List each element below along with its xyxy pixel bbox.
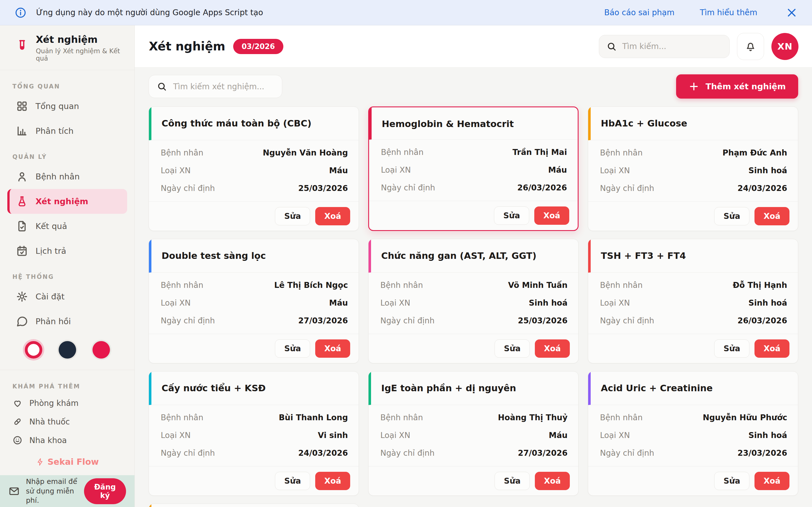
edit-button[interactable]: Sửa (714, 472, 749, 490)
date-label: Ngày chỉ định (380, 316, 435, 325)
chat-bubble-icon (16, 315, 28, 328)
edit-button[interactable]: Sửa (275, 472, 310, 490)
type-value: Sinh hoá (749, 298, 787, 307)
delete-button[interactable]: Xoá (755, 207, 790, 225)
sidebar-item-tong-quan[interactable]: Tổng quan (7, 94, 127, 119)
page-title: Xét nghiệm (149, 40, 225, 53)
sidebar-item-ket-qua[interactable]: Kết quả (7, 214, 127, 238)
theme-swatch-navy[interactable] (59, 341, 76, 358)
email-signup-banner: Nhập email để sử dụng miễn phí. Đăng ký (0, 475, 135, 507)
test-search-input[interactable] (173, 82, 274, 91)
pill-icon (12, 416, 22, 427)
sidebar-item-label: Lịch trả (36, 246, 66, 256)
patient-value: Bùi Thanh Long (279, 413, 348, 422)
sidebar-item-nha-khoa[interactable]: Nha khoa (7, 431, 127, 450)
card-header: Cấy nước tiểu + KSĐ (149, 372, 359, 405)
type-label: Loại XN (380, 431, 410, 440)
add-test-button[interactable]: Thêm xét nghiệm (676, 74, 798, 99)
theme-swatch-crimson[interactable] (93, 341, 110, 358)
sidebar-item-label: Kết quả (36, 221, 67, 231)
test-card[interactable]: Chức năng gan (AST, ALT, GGT) Bệnh nhân … (368, 239, 578, 363)
delete-button[interactable]: Xoá (535, 339, 570, 358)
report-abuse-link[interactable]: Báo cáo sai phạm (604, 8, 674, 17)
edit-button[interactable]: Sửa (275, 207, 310, 225)
edit-button[interactable]: Sửa (494, 207, 529, 225)
edit-button[interactable]: Sửa (495, 472, 530, 490)
card-title: Cấy nước tiểu + KSĐ (161, 383, 349, 393)
patient-value: Trần Thị Mai (513, 148, 567, 157)
date-value: 25/03/2026 (518, 316, 567, 325)
patient-label: Bệnh nhân (381, 148, 423, 157)
card-footer: Sửa Xoá (588, 202, 798, 231)
sidebar-item-benh-nhan[interactable]: Bệnh nhân (7, 164, 127, 189)
test-card[interactable]: Acid Uric + Creatinine Bệnh nhân Nguyễn … (588, 371, 798, 496)
card-header: IgE toàn phần + dị nguyên (368, 372, 578, 405)
test-card[interactable]: IgE toàn phần + dị nguyên Bệnh nhân Hoàn… (368, 371, 578, 496)
card-body: Bệnh nhân Đỗ Thị Hạnh Loại XN Sinh hoá N… (588, 273, 798, 334)
sidebar-item-nha-thuoc[interactable]: Nhà thuốc (7, 412, 127, 431)
delete-button[interactable]: Xoá (315, 472, 350, 490)
close-icon[interactable] (786, 7, 797, 18)
sidebar-item-cai-dat[interactable]: Cài đặt (7, 284, 127, 309)
patient-label: Bệnh nhân (380, 281, 423, 290)
delete-button[interactable]: Xoá (534, 207, 569, 225)
test-card[interactable]: HbA1c + Glucose Bệnh nhân Phạm Đức Anh L… (588, 107, 798, 231)
test-card[interactable]: Hemoglobin & Hematocrit Bệnh nhân Trần T… (368, 107, 578, 231)
sidebar-item-label: Xét nghiệm (36, 196, 88, 206)
card-body: Bệnh nhân Bùi Thanh Long Loại XN Vi sinh… (149, 405, 359, 466)
delete-button[interactable]: Xoá (315, 339, 350, 358)
patient-label: Bệnh nhân (161, 148, 203, 158)
app-subtitle: Quản lý Xét nghiệm & Kết quả (36, 47, 124, 62)
test-card[interactable]: TSH + FT3 + FT4 Bệnh nhân Đỗ Thị Hạnh Lo… (588, 239, 798, 363)
edit-button[interactable]: Sửa (275, 339, 310, 358)
card-body: Bệnh nhân Phạm Đức Anh Loại XN Sinh hoá … (588, 140, 798, 202)
apps-script-banner: Ứng dụng này do một người dùng Google Ap… (0, 0, 812, 25)
patient-label: Bệnh nhân (161, 413, 203, 422)
notifications-button[interactable] (737, 33, 764, 60)
sidebar-item-phong-kham[interactable]: Phòng khám (7, 394, 127, 412)
type-label: Loại XN (600, 166, 630, 175)
date-label: Ngày chỉ định (600, 316, 654, 325)
test-card[interactable]: Double test sàng lọc Bệnh nhân Lê Thị Bí… (149, 239, 359, 363)
edit-button[interactable]: Sửa (714, 339, 749, 358)
gear-icon (16, 290, 28, 303)
sidebar-item-label: Nhà thuốc (29, 417, 70, 427)
sidebar-item-phan-tich[interactable]: Phân tích (7, 119, 127, 144)
test-search[interactable] (149, 75, 282, 98)
global-search[interactable] (599, 35, 730, 58)
delete-button[interactable]: Xoá (755, 339, 790, 358)
card-header: Acid Uric + Creatinine (588, 372, 798, 405)
delete-button[interactable]: Xoá (755, 472, 790, 490)
main-area: Xét nghiệm 03/2026 (135, 25, 812, 507)
toolbar: Thêm xét nghiệm (149, 74, 798, 99)
type-label: Loại XN (161, 298, 191, 307)
date-value: 26/03/2026 (738, 316, 787, 325)
main-header: Xét nghiệm 03/2026 (135, 25, 812, 68)
theme-swatch-white[interactable] (25, 341, 42, 358)
test-card[interactable]: Cấy nước tiểu + KSĐ Bệnh nhân Bùi Thanh … (149, 371, 359, 496)
delete-button[interactable]: Xoá (315, 207, 350, 225)
learn-more-link[interactable]: Tìm hiểu thêm (700, 8, 757, 17)
theme-swatches (0, 334, 135, 370)
card-body: Bệnh nhân Lê Thị Bích Ngọc Loại XN Máu N… (149, 273, 359, 334)
card-footer: Sửa Xoá (149, 334, 359, 363)
sidebar-item-phan-hoi[interactable]: Phản hồi (7, 309, 127, 334)
banner-text: Ứng dụng này do một người dùng Google Ap… (36, 8, 263, 17)
edit-button[interactable]: Sửa (714, 207, 749, 225)
edit-button[interactable]: Sửa (495, 339, 530, 358)
sidebar-item-xet-nghiem[interactable]: Xét nghiệm (7, 189, 127, 214)
patient-label: Bệnh nhân (380, 413, 423, 422)
sidebar-item-lich-tra[interactable]: Lịch trả (7, 238, 127, 263)
test-card[interactable]: Công thức máu toàn bộ (CBC) Bệnh nhân Ng… (149, 107, 359, 231)
patient-value: Hoàng Thị Thuỷ (498, 413, 567, 422)
card-header: TSH + FT3 + FT4 (588, 239, 798, 273)
test-card[interactable]: Bệnh nhân Loại XN Ngày chỉ định Sửa Xoá (149, 504, 359, 507)
card-title: Hemoglobin & Hematocrit (382, 119, 567, 129)
global-search-input[interactable] (622, 42, 722, 51)
avatar[interactable]: XN (771, 33, 799, 60)
sekai-flow-branding[interactable]: Sekai Flow (7, 450, 127, 475)
signup-button[interactable]: Đăng ký (84, 478, 126, 504)
delete-button[interactable]: Xoá (535, 472, 570, 490)
card-body: Bệnh nhân Nguyễn Hữu Phước Loại XN Sinh … (588, 405, 798, 466)
patient-label: Bệnh nhân (600, 281, 643, 290)
